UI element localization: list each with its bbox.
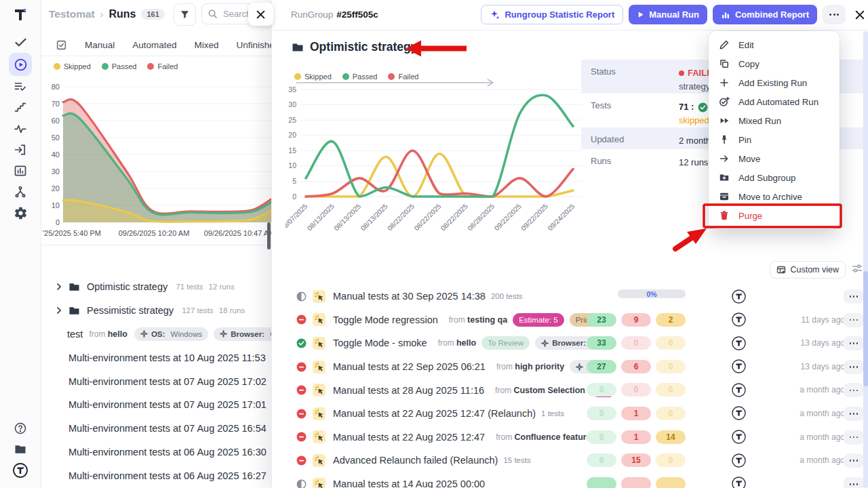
tree-group-row[interactable]: Multi-environment tests at 06 Aug 2025 1…	[41, 464, 271, 487]
manual-run-button[interactable]: Manual Run	[629, 5, 707, 24]
run-actions-button[interactable]	[844, 383, 864, 397]
sidebar-item-analytics[interactable]	[9, 117, 32, 140]
run-actions-button[interactable]	[844, 313, 864, 327]
tree-group-row[interactable]: Optimistic strategy 71 tests 12 runs	[41, 275, 271, 299]
run-actions-button[interactable]	[844, 289, 864, 304]
combined-report-button[interactable]: Combined Report	[713, 5, 817, 24]
modal-scrollbar-thumb[interactable]	[863, 271, 868, 386]
run-tests-count: 15 tests	[503, 456, 530, 464]
passed-count: 0	[587, 453, 616, 467]
run-row[interactable]: Toggle Mode regression from testing qa E…	[272, 308, 868, 332]
tab-manual[interactable]: Manual	[85, 40, 115, 50]
run-title[interactable]: Toggle Mode regression	[333, 314, 438, 325]
svg-text:09/26/2025 10:20 AM: 09/26/2025 10:20 AM	[119, 229, 190, 237]
breadcrumb-app[interactable]: Testomat	[49, 8, 95, 20]
sidebar-item-tasks[interactable]	[9, 30, 32, 54]
menu-item-edit[interactable]: Edit	[709, 35, 840, 54]
sidebar-item-test-plans[interactable]	[9, 75, 32, 98]
run-title[interactable]: Manual tests at 14 Aug 2025 00:00	[333, 479, 485, 488]
folder-icon	[68, 282, 80, 292]
menu-item-add-existing-run[interactable]: Add Existing Run	[709, 73, 840, 92]
group-name[interactable]: Pessimistic strategy	[87, 305, 174, 316]
tree-group-row[interactable]: Multi-environment tests at 06 Aug 2025 1…	[41, 441, 271, 464]
sidebar-item-milestones[interactable]	[9, 96, 32, 119]
run-title[interactable]: Manual tests at 22 Aug 2025 12:47	[333, 432, 485, 443]
chevron-right-icon[interactable]	[56, 283, 62, 291]
sidebar-item-runs[interactable]	[9, 53, 32, 76]
menu-item-add-subgroup[interactable]: Add Subgroup	[709, 168, 840, 187]
rungroup-statistic-report-button[interactable]: Rungroup Statistic Report	[481, 5, 623, 24]
sidebar-item-reports[interactable]	[9, 159, 32, 182]
group-name[interactable]: Multi-environment tests at 06 Aug 2025 1…	[68, 447, 267, 458]
run-row[interactable]: Manual tests at 28 Aug 2025 11:16 from C…	[272, 378, 868, 402]
modal-scrollbar-track[interactable]	[863, 31, 868, 488]
run-row[interactable]: Manual tests at 14 Aug 2025 00:00	[272, 472, 868, 488]
menu-item-pin[interactable]: Pin	[709, 130, 840, 149]
sidebar-item-account[interactable]	[9, 459, 32, 482]
group-name[interactable]: Multi-environment tests at 07 Aug 2025 1…	[68, 399, 267, 410]
sidebar-item-help[interactable]	[9, 417, 32, 440]
custom-view-button[interactable]: Custom view	[770, 261, 846, 279]
menu-item-mixed-run[interactable]: Mixed Run	[709, 111, 840, 130]
run-actions-button[interactable]	[844, 360, 864, 374]
run-row[interactable]: Manual tests at 22 Aug 2025 12:47 from C…	[272, 426, 868, 449]
avatar[interactable]	[732, 476, 746, 488]
left-panel-scrollbar[interactable]	[267, 222, 271, 249]
group-name[interactable]: Multi-environment tests at 10 Aug 2025 1…	[68, 352, 266, 363]
run-actions-button[interactable]	[844, 453, 864, 468]
menu-item-add-automated-run[interactable]: Add Automated Run	[709, 92, 840, 111]
tab-automated[interactable]: Automated	[132, 40, 176, 50]
tree-group-row[interactable]: Multi-environment tests at 07 Aug 2025 1…	[41, 369, 271, 393]
sidebar-item-projects[interactable]	[9, 438, 32, 461]
filter-icon	[180, 9, 190, 20]
panel-close-button[interactable]	[248, 3, 273, 26]
tree-group-row[interactable]: Multi-environment tests at 10 Aug 2025 1…	[41, 346, 271, 369]
tree-run-row[interactable]: test from hello OS: WindowsBrowser: Chro…	[41, 323, 271, 346]
more-actions-button[interactable]	[823, 5, 846, 24]
group-name[interactable]: Optimistic strategy	[87, 281, 167, 292]
run-row[interactable]: Manual tests at 30 Sep 2025 14:38 200 te…	[272, 285, 868, 308]
menu-item-copy[interactable]: Copy	[709, 54, 840, 73]
menu-item-purge[interactable]: Purge	[709, 206, 840, 225]
tab-mixed[interactable]: Mixed	[195, 40, 219, 50]
chevron-right-icon[interactable]	[56, 306, 62, 314]
run-actions-button[interactable]	[844, 477, 864, 488]
sidebar-item-settings[interactable]	[9, 201, 32, 224]
app-logo-icon[interactable]	[9, 4, 31, 26]
run-title[interactable]: Manual tests at 22 Sep 2025 06:21	[333, 361, 486, 372]
menu-item-move-to-archive[interactable]: Move to Archive	[709, 187, 840, 206]
run-row[interactable]: Manual tests at 22 Sep 2025 06:21 from h…	[272, 355, 868, 379]
svg-text:08/22/2025: 08/22/2025	[439, 202, 469, 232]
run-name[interactable]: test	[67, 329, 83, 340]
run-title[interactable]: Manual tests at 28 Aug 2025 11:16	[333, 385, 484, 396]
view-options-icon[interactable]	[852, 264, 863, 273]
estimate-badge: Estimate: 5	[513, 313, 564, 327]
group-name[interactable]: Multi-environment tests at 06 Aug 2025 1…	[68, 470, 267, 481]
avatar[interactable]	[732, 289, 746, 304]
menu-item-label: Add Subgroup	[738, 173, 795, 183]
svg-text:08/13/2025: 08/13/2025	[359, 202, 389, 232]
select-runs-icon[interactable]	[56, 39, 67, 51]
modal-close-button[interactable]	[855, 10, 865, 20]
run-title[interactable]: Manual tests at 30 Sep 2025 14:38	[333, 291, 486, 302]
group-name[interactable]: Multi-environment tests at 07 Aug 2025 1…	[68, 423, 267, 434]
run-actions-button[interactable]	[844, 336, 864, 350]
run-actions-button[interactable]	[844, 430, 864, 445]
run-row[interactable]: Toggle Mode - smoke from hello To Review…	[272, 331, 868, 355]
run-title[interactable]: Advanced Relaunch failed (Relaunch)	[333, 455, 498, 466]
manual-run-icon	[313, 290, 326, 303]
filter-button[interactable]	[174, 3, 196, 26]
run-row[interactable]: Manual tests at 22 Aug 2025 12:47 (Relau…	[272, 402, 868, 426]
tree-group-row[interactable]: Multi-environment tests at 07 Aug 2025 1…	[41, 417, 271, 441]
menu-item-move[interactable]: Move	[709, 149, 840, 168]
sidebar-item-integrations[interactable]	[9, 180, 32, 203]
run-row[interactable]: Advanced Relaunch failed (Relaunch) 15 t…	[272, 449, 868, 472]
run-title[interactable]: Toggle Mode - smoke	[333, 338, 427, 348]
tree-group-row[interactable]: Multi-environment tests at 07 Aug 2025 1…	[41, 393, 271, 417]
menu-item-label: Add Automated Run	[738, 97, 818, 107]
group-name[interactable]: Multi-environment tests at 07 Aug 2025 1…	[68, 376, 267, 387]
tree-group-row[interactable]: Pessimistic strategy 127 tests 18 runs	[41, 299, 271, 323]
run-title[interactable]: Manual tests at 22 Aug 2025 12:47 (Relau…	[333, 408, 536, 419]
sidebar-item-imports[interactable]	[9, 138, 32, 161]
run-actions-button[interactable]	[844, 407, 864, 421]
